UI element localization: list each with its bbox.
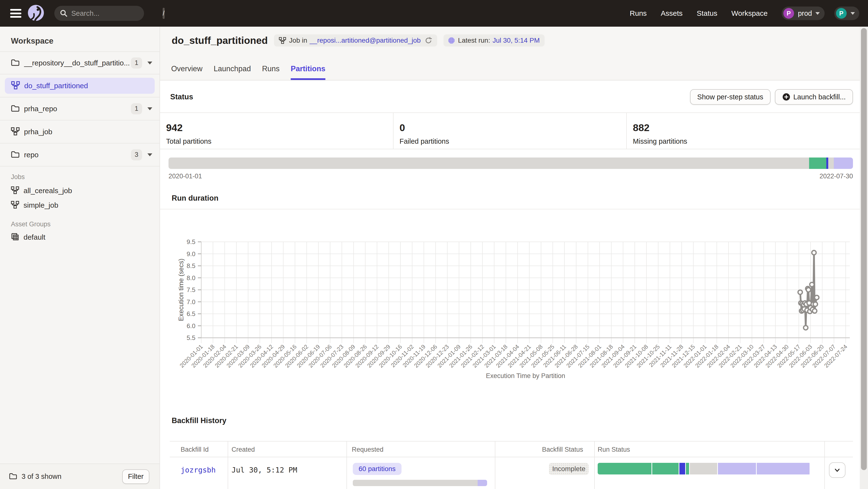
count-badge: 1 <box>131 103 142 115</box>
job-chip-prefix: Job in <box>289 37 307 44</box>
workspace-sidebar: Workspace __repository__do_stuff_partiti… <box>0 27 160 489</box>
count-badge: 3 <box>131 149 142 160</box>
sidebar-item-repo[interactable]: repo 3 <box>0 143 159 166</box>
reload-icon[interactable] <box>425 37 432 44</box>
user-menu[interactable]: P <box>834 6 859 20</box>
page-header: do_stuff_partitioned Job in __reposi...a… <box>160 27 860 80</box>
dagster-logo-icon[interactable] <box>27 4 45 23</box>
run-duration-heading: Run duration <box>172 194 218 203</box>
requested-partitions-badge[interactable]: 60 partitions <box>353 463 402 475</box>
chevron-down-icon[interactable] <box>147 107 152 110</box>
column-header-run-status: Run Status <box>598 446 630 453</box>
partition-range-end: 2022-07-30 <box>819 172 853 180</box>
sidebar-job-label: all_cereals_job <box>24 187 72 195</box>
latest-run-link[interactable]: Jul 30, 5:14 PM <box>492 37 540 44</box>
stat-total-partitions: 942 Total partitions <box>160 113 394 149</box>
job-icon <box>11 186 19 195</box>
folder-icon <box>11 59 20 67</box>
stat-missing-partitions: 882 Missing partitions <box>627 113 860 149</box>
tab-launchpad[interactable]: Launchpad <box>214 64 251 80</box>
sidebar-heading: Workspace <box>11 36 53 45</box>
chevron-down-icon[interactable] <box>147 62 152 64</box>
sidebar-asset-group-label: default <box>24 233 45 241</box>
top-nav: / Runs Assets Status Workspace P prod P <box>0 0 868 27</box>
asset-groups-section-label: Asset Groups <box>11 221 51 228</box>
chevron-down-icon <box>850 12 855 15</box>
tab-runs[interactable]: Runs <box>262 64 280 80</box>
folder-icon <box>9 473 17 481</box>
sidebar-job-simple[interactable]: simple_job <box>11 201 58 210</box>
svg-text:8.5: 8.5 <box>187 262 195 269</box>
backfill-history-heading: Backfill History <box>172 416 226 425</box>
backfill-id-link[interactable]: jozrgsbh <box>181 466 216 474</box>
jobs-section-label: Jobs <box>11 173 25 181</box>
latest-run-label: Latest run: <box>458 37 490 44</box>
backfill-created-cell: Jul 30, 5:12 PM <box>231 466 297 474</box>
job-icon <box>279 37 286 44</box>
column-header-backfill-id: Backfill Id <box>181 446 209 453</box>
sidebar-item-label: prha_job <box>24 128 152 136</box>
svg-text:9.5: 9.5 <box>187 238 195 246</box>
job-location-chip: Job in __reposi...artitioned@partitioned… <box>274 34 437 46</box>
scrollbar-track[interactable] <box>860 27 868 489</box>
job-icon <box>11 127 20 137</box>
run-status-dot <box>448 37 455 44</box>
sidebar-item-label: do_stuff_partitioned <box>24 82 148 90</box>
count-badge: 1 <box>131 58 142 69</box>
job-location-link[interactable]: __reposi...artitioned@partitioned_job <box>310 37 421 44</box>
sidebar-asset-group-default[interactable]: default <box>11 233 45 242</box>
stat-failed-partitions: 0 Failed partitions <box>394 113 627 149</box>
sidebar-footer: 3 of 3 shown Filter <box>0 463 159 489</box>
partition-range-start: 2020-01-01 <box>168 172 202 180</box>
sidebar-item-label: __repository__do_stuff_partitio... <box>24 59 131 67</box>
partition-status-bar[interactable] <box>168 158 853 169</box>
page-title: do_stuff_partitioned <box>172 35 268 46</box>
nav-link-assets[interactable]: Assets <box>661 9 683 18</box>
status-section-heading: Status <box>170 93 193 101</box>
chevron-down-icon <box>834 466 841 474</box>
hamburger-menu-icon[interactable] <box>10 9 21 18</box>
backfill-history-table: Backfill Id Created Requested Backfill S… <box>170 441 853 489</box>
search-input[interactable] <box>71 9 163 18</box>
sidebar-item-prha-job[interactable]: prha_job <box>0 121 159 143</box>
deployment-switcher[interactable]: P prod <box>782 6 825 20</box>
sidebar-item-repository[interactable]: __repository__do_stuff_partitio... 1 <box>0 52 159 74</box>
job-icon <box>11 81 20 91</box>
chevron-down-icon <box>815 12 820 15</box>
filter-button[interactable]: Filter <box>122 469 149 484</box>
svg-text:9.0: 9.0 <box>187 250 195 258</box>
deployment-avatar: P <box>783 8 794 19</box>
sidebar-job-label: simple_job <box>24 201 58 209</box>
nav-link-status[interactable]: Status <box>696 9 717 18</box>
sidebar-item-do-stuff-partitioned[interactable]: do_stuff_partitioned <box>0 74 159 97</box>
search-shortcut-key: / <box>163 8 165 19</box>
partition-stats: 942 Total partitions 0 Failed partitions… <box>160 112 860 149</box>
tab-partitions[interactable]: Partitions <box>291 64 326 80</box>
tab-overview[interactable]: Overview <box>171 64 203 80</box>
nav-link-workspace[interactable]: Workspace <box>731 9 768 18</box>
launch-backfill-button[interactable]: Launch backfill... <box>775 89 853 105</box>
sidebar-item-prha-repo[interactable]: prha_repo 1 <box>0 97 159 121</box>
chevron-down-icon[interactable] <box>147 153 152 156</box>
run-duration-chart: 2020-01-012020-01-182020-02-042020-02-21… <box>160 230 860 397</box>
search-box[interactable]: / <box>54 6 144 21</box>
asset-group-icon <box>11 233 19 242</box>
expand-row-button[interactable] <box>829 462 845 478</box>
folder-icon <box>11 105 20 113</box>
job-icon <box>11 201 19 210</box>
nav-link-runs[interactable]: Runs <box>630 9 647 18</box>
svg-text:7.0: 7.0 <box>187 298 195 305</box>
svg-text:8.0: 8.0 <box>187 274 195 282</box>
run-status-bar[interactable] <box>598 463 811 475</box>
column-header-created: Created <box>231 446 255 453</box>
tab-bar: Overview Launchpad Runs Partitions <box>171 64 337 80</box>
sidebar-job-all-cereals[interactable]: all_cereals_job <box>11 186 72 195</box>
svg-text:6.5: 6.5 <box>187 310 195 318</box>
svg-text:5.5: 5.5 <box>187 334 195 341</box>
show-per-step-status-button[interactable]: Show per-step status <box>690 89 771 105</box>
scrollbar-thumb[interactable] <box>861 28 867 470</box>
svg-text:6.0: 6.0 <box>187 322 195 330</box>
backfill-status-badge: Incomplete <box>549 463 589 475</box>
main-content: do_stuff_partitioned Job in __reposi...a… <box>160 27 860 489</box>
sidebar-item-label: prha_repo <box>24 105 131 113</box>
